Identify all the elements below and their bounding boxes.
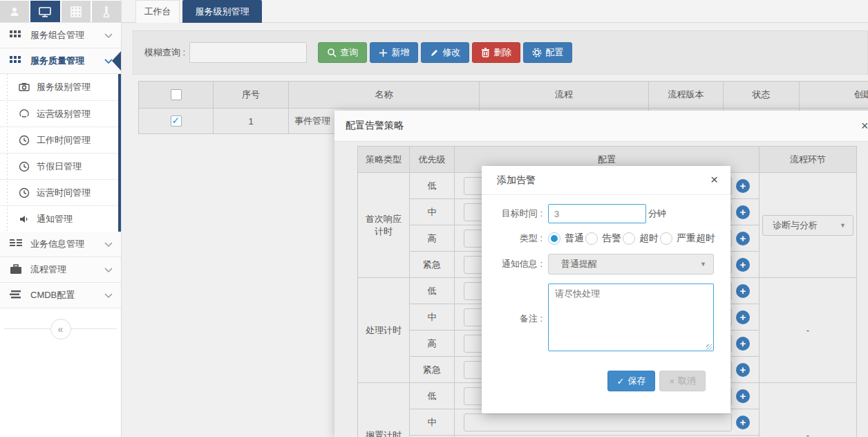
active-group-marker: [112, 51, 121, 71]
add-alert-modal-footer: ✓ 保存 × 取消: [482, 371, 706, 391]
search-label: 模糊查询 :: [144, 46, 185, 59]
close-icon: ×: [669, 376, 674, 387]
monitor-icon[interactable]: [30, 1, 59, 22]
toolbar-buttons: 查询 新增 修改 删除 配置: [318, 42, 572, 63]
delete-button[interactable]: 删除: [472, 42, 520, 63]
modal-title: 配置告警策略: [346, 120, 404, 132]
layers-icon: [10, 290, 22, 301]
table-header-row: 序号 名称 流程 流程版本 状态 创建时间: [139, 82, 868, 109]
toolbar: 模糊查询 : 查询 新增 修改 删除: [133, 30, 868, 75]
sidebar-collapse-row: «: [0, 308, 121, 350]
radio-severe-timeout[interactable]: [660, 232, 672, 245]
col-process-node: 流程环节: [760, 147, 857, 173]
cell-seq: 1: [214, 109, 289, 134]
sidebar-group-cmdb[interactable]: CMDB配置: [0, 283, 121, 308]
select-all-checkbox[interactable]: [171, 89, 182, 100]
caret-down-icon: ▼: [840, 222, 846, 229]
radio-alert-label: 告警: [602, 232, 621, 245]
add-alert-icon[interactable]: +: [736, 284, 750, 298]
priority-cell: 中: [410, 304, 455, 331]
sidebar-item-operation-level[interactable]: 运营级别管理: [0, 100, 118, 127]
add-alert-icon[interactable]: +: [736, 205, 750, 219]
sidebar-group-process[interactable]: 流程管理: [0, 257, 121, 283]
cancel-button-label: 取消: [678, 375, 696, 387]
col-strategy-type: 策略类型: [358, 147, 410, 173]
tab-workbench[interactable]: 工作台: [135, 0, 180, 23]
grid-icon[interactable]: [62, 1, 91, 22]
add-button[interactable]: 新增: [370, 42, 418, 63]
chevron-down-icon: [104, 290, 113, 301]
collapse-sidebar-button[interactable]: «: [50, 319, 71, 340]
search-icon: [327, 48, 337, 57]
remark-textarea[interactable]: 请尽快处理: [548, 283, 714, 351]
sidebar-item-work-time[interactable]: 工作时间管理: [0, 127, 118, 153]
group-label: 业务信息管理: [30, 238, 104, 250]
radio-alert[interactable]: [585, 232, 598, 245]
edit-button[interactable]: 修改: [421, 42, 469, 63]
radio-timeout[interactable]: [623, 232, 635, 245]
add-alert-icon[interactable]: +: [736, 310, 750, 324]
sidebar-group-portfolio[interactable]: 服务组合管理: [0, 23, 121, 48]
radio-normal[interactable]: [548, 232, 560, 245]
grid-icon: [10, 30, 22, 41]
user-icon[interactable]: [0, 1, 29, 22]
tab-service-level[interactable]: 服务级别管理: [182, 0, 262, 23]
sidebar-item-service-level[interactable]: 服务级别管理: [0, 74, 118, 100]
add-alert-icon[interactable]: +: [736, 232, 750, 245]
strategy-type-cell: 处理计时: [358, 278, 410, 383]
sidebar-item-label: 运营时间管理: [37, 187, 91, 199]
close-icon[interactable]: ×: [861, 119, 868, 133]
radio-timeout-label: 超时: [639, 232, 659, 245]
flask-icon[interactable]: [92, 1, 121, 22]
process-node-select[interactable]: 诊断与分析 ▼: [762, 215, 853, 236]
clock-icon: [19, 135, 30, 146]
target-time-input[interactable]: [548, 204, 646, 223]
notify-select[interactable]: 普通提醒 ▼: [548, 254, 714, 275]
query-button-label: 查询: [340, 46, 358, 59]
remark-label: 备注 :: [496, 313, 542, 325]
sidebar-item-label: 服务级别管理: [37, 81, 91, 93]
row-checkbox[interactable]: [171, 115, 182, 127]
process-node-cell: 诊断与分析 ▼: [760, 173, 857, 278]
type-row: 类型 : 普通 告警 超时 严重超时: [496, 232, 730, 245]
process-node-cell: -: [760, 383, 857, 437]
priority-cell: 低: [410, 278, 455, 304]
cancel-button[interactable]: × 取消: [659, 371, 706, 391]
query-button[interactable]: 查询: [318, 42, 367, 63]
close-icon[interactable]: ×: [710, 172, 718, 187]
config-input[interactable]: [464, 413, 732, 431]
chevron-down-icon: [104, 30, 113, 41]
add-button-label: 新增: [391, 46, 409, 59]
sidebar-item-holiday[interactable]: 节假日管理: [0, 153, 118, 179]
list-play-icon: [10, 239, 22, 250]
search-input[interactable]: [189, 42, 307, 63]
add-alert-icon[interactable]: +: [736, 337, 750, 351]
add-alert-icon[interactable]: +: [736, 389, 750, 403]
save-button[interactable]: ✓ 保存: [607, 371, 656, 391]
col-name: 名称: [289, 82, 480, 109]
sidebar-group-business[interactable]: 业务信息管理: [0, 232, 121, 257]
priority-cell: 紧急: [410, 357, 455, 383]
sidebar-item-notification[interactable]: 通知管理: [0, 205, 118, 232]
group-label: 服务质量管理: [30, 55, 104, 67]
add-alert-modal-header: 添加告警 ×: [482, 166, 730, 195]
add-alert-icon[interactable]: +: [736, 258, 750, 272]
sidebar-item-operation-time[interactable]: 运营时间管理: [0, 179, 118, 205]
grid-icon: [10, 55, 22, 66]
edit-button-label: 修改: [442, 46, 460, 59]
col-process-version: 流程版本: [649, 82, 724, 109]
clock-icon: [19, 187, 30, 198]
col-seq: 序号: [214, 82, 289, 109]
add-alert-icon[interactable]: +: [736, 416, 750, 429]
config-button[interactable]: 配置: [523, 42, 572, 63]
add-alert-icon[interactable]: +: [736, 363, 750, 377]
sidebar-group-quality[interactable]: 服务质量管理: [0, 48, 121, 74]
col-priority: 优先级: [410, 147, 455, 173]
remark-wrap: 请尽快处理: [548, 283, 714, 353]
notify-row: 通知信息 : 普通提醒 ▼: [496, 254, 730, 275]
tab-bar: 工作台 服务级别管理: [122, 0, 868, 23]
sidebar-item-label: 运营级别管理: [37, 108, 91, 120]
remark-row: 备注 : 请尽快处理: [496, 283, 730, 353]
add-alert-icon[interactable]: +: [736, 179, 750, 193]
save-button-label: 保存: [628, 375, 645, 387]
